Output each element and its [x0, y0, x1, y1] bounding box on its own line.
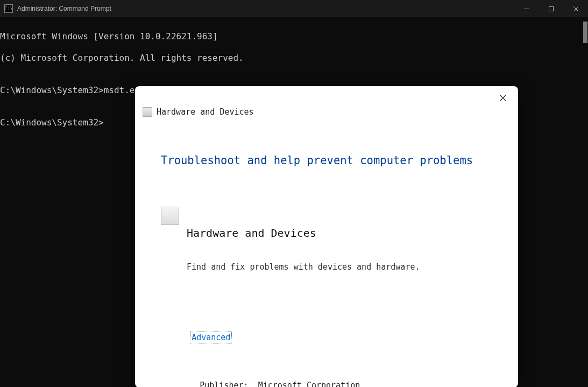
cmd-icon: C:\: [4, 4, 13, 13]
troubleshooter-dialog: Hardware and Devices Troubleshoot and he…: [135, 86, 518, 387]
advanced-link[interactable]: Advanced: [190, 332, 232, 343]
window-titlebar: C:\ Administrator: Command Prompt: [0, 0, 588, 17]
publisher-line: Publisher: Microsoft Corporation: [161, 369, 492, 387]
maximize-button[interactable]: [539, 0, 563, 17]
troubleshooter-title: Hardware and Devices: [187, 227, 420, 239]
troubleshooter-subtitle: Find and fix problems with devices and h…: [187, 262, 420, 272]
dialog-top: [135, 86, 518, 107]
window-controls: [514, 0, 588, 17]
window-title: Administrator: Command Prompt: [17, 5, 111, 12]
dialog-heading: Troubleshoot and help prevent computer p…: [161, 155, 492, 166]
terminal-line: Microsoft Windows [Version 10.0.22621.96…: [0, 31, 588, 42]
scrollbar-thumb[interactable]: [583, 22, 587, 43]
troubleshooter-text: Hardware and Devices Find and fix proble…: [187, 206, 420, 294]
minimize-button[interactable]: [514, 0, 539, 17]
publisher-value: Microsoft Corporation: [258, 381, 360, 387]
dialog-close-button[interactable]: [495, 90, 511, 105]
close-window-button[interactable]: [563, 0, 588, 17]
svg-rect-1: [549, 6, 553, 11]
dialog-lower: Advanced Publisher: Microsoft Corporatio…: [135, 321, 518, 387]
dialog-header: Hardware and Devices: [135, 107, 518, 123]
publisher-label: Publisher:: [200, 381, 248, 387]
terminal-area[interactable]: Microsoft Windows [Version 10.0.22621.96…: [0, 17, 588, 387]
device-icon: [161, 207, 179, 225]
dialog-body: Troubleshoot and help prevent computer p…: [135, 123, 518, 321]
terminal-line: (c) Microsoft Corporation. All rights re…: [0, 53, 588, 64]
troubleshooter-item: Hardware and Devices Find and fix proble…: [161, 206, 492, 294]
dialog-header-title: Hardware and Devices: [157, 107, 254, 117]
